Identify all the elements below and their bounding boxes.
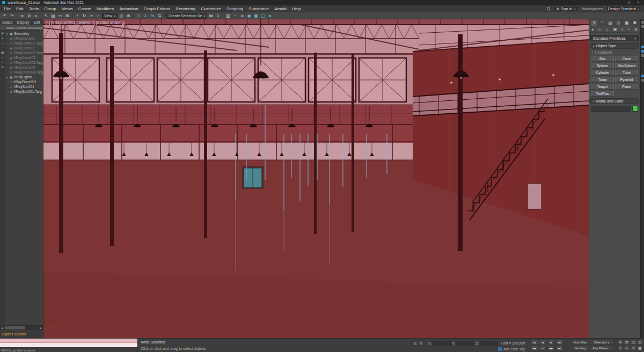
rendered-frame-window-icon[interactable]: ▢	[260, 13, 266, 19]
primitive-cone-button[interactable]: Cone	[615, 56, 638, 62]
scrollbar-thumb[interactable]	[5, 326, 25, 329]
display-cameras-icon[interactable]: ▦	[1, 51, 4, 54]
utilities-tab-icon[interactable]: ✱	[632, 20, 638, 26]
display-all-icon[interactable]: ⊞	[1, 32, 4, 35]
dock-icon-1[interactable]	[641, 21, 644, 24]
viewport[interactable]: [+] [VRayCam001] [Standard] [Default Sha…	[43, 19, 589, 338]
primitive-teapot-button[interactable]: Teapot	[591, 84, 614, 90]
primitive-textplus-button[interactable]: TextPlus	[591, 91, 614, 97]
display-tab-icon[interactable]: ▣	[624, 20, 630, 26]
display-geometry-icon[interactable]: ●	[2, 36, 4, 40]
menu-arnold[interactable]: Arnold	[272, 5, 289, 12]
bind-to-space-warp-icon[interactable]: ≈	[33, 13, 39, 19]
field-of-view-icon[interactable]: ◇	[617, 346, 623, 351]
explorer-row-vraycam002[interactable]: ◉VRayCam002	[5, 46, 43, 50]
render-setup-icon[interactable]: ▣	[253, 13, 259, 19]
select-and-move-icon[interactable]: +	[74, 13, 80, 19]
window-crossing-icon[interactable]: ⊞	[64, 13, 70, 19]
next-key-button[interactable]: ▶▶	[547, 346, 555, 351]
se-menu-select[interactable]: Select	[0, 20, 14, 24]
render-production-icon[interactable]: ●	[267, 13, 273, 19]
undo-icon[interactable]: ↶	[2, 13, 8, 19]
menu-group[interactable]: Group	[41, 5, 58, 12]
add-time-tag[interactable]: Add Time Tag	[498, 347, 525, 351]
select-and-rotate-icon[interactable]: ↻	[81, 13, 87, 19]
cameras-category-icon[interactable]: ▦	[613, 27, 617, 32]
explorer-row-geometry[interactable]: ▾▣Geometry	[5, 31, 43, 36]
menu-rendering[interactable]: Rendering	[173, 5, 198, 12]
close-button[interactable]: ×	[634, 0, 642, 5]
select-and-link-icon[interactable]: ∞	[19, 13, 25, 19]
shapes-category-icon[interactable]: ◇	[598, 27, 601, 32]
se-menu-edit[interactable]: Edit	[31, 20, 42, 24]
display-spacewarps-icon[interactable]: ≈	[2, 61, 3, 64]
primitive-pyramid-button[interactable]: Pyramid	[615, 77, 638, 83]
explorer-row-vraysun001-targ[interactable]: ⊕VRaySun001.Targ	[5, 89, 43, 94]
auto-key-button[interactable]: Auto Key	[571, 340, 589, 345]
redo-icon[interactable]: ↷	[9, 13, 15, 19]
object-name-field[interactable]	[591, 106, 631, 112]
select-object-icon[interactable]: ↖	[43, 13, 49, 19]
explorer-row-vraysun001[interactable]: ☼VRaySun001	[5, 84, 43, 89]
display-helpers-icon[interactable]: ⌖	[2, 56, 3, 59]
menu-substance[interactable]: Substance	[246, 5, 272, 12]
dock-icon-6[interactable]	[641, 75, 644, 77]
schematic-view-icon[interactable]: #	[239, 13, 245, 19]
go-to-start-button[interactable]: |◀	[530, 340, 538, 345]
pan-icon[interactable]: +	[624, 346, 630, 351]
viewport-label-menus[interactable]: [+] [VRayCam001] [Standard] [Default Sha…	[46, 20, 125, 24]
autogrid-checkbox[interactable]	[592, 51, 596, 54]
search-icon[interactable]	[547, 7, 550, 10]
key-filters-button[interactable]: Key Filters...	[590, 346, 613, 351]
next-frame-button[interactable]: ▶|	[555, 340, 564, 345]
explorer-row-vrayplane001[interactable]: ▱VRayPlane001	[5, 79, 43, 84]
name-and-color-rollout[interactable]: ▾ Name and Color	[590, 98, 639, 104]
menu-tools[interactable]: Tools	[26, 5, 42, 12]
dock-icon-4[interactable]	[641, 50, 644, 53]
object-type-rollout[interactable]: ▾ Object Type	[590, 43, 639, 49]
menu-modifiers[interactable]: Modifiers	[94, 5, 116, 12]
select-and-scale-icon[interactable]: ▱	[88, 13, 94, 19]
align-icon[interactable]: ≡	[215, 13, 221, 19]
geometry-category-icon[interactable]: ●	[591, 27, 594, 31]
mirror-icon[interactable]: ⋈	[208, 13, 214, 19]
snap-toggle-3d-icon[interactable]: 3	[135, 13, 142, 19]
dock-icon-3[interactable]	[641, 46, 644, 48]
menu-edit[interactable]: Edit	[13, 5, 26, 12]
macro-recorder-field[interactable]	[0, 339, 137, 342]
explorer-row-vraycam004-targ[interactable]: ⊕VRayCam004.Targ	[5, 70, 43, 75]
toggle-scene-explorer-icon[interactable]: ▥	[225, 13, 231, 19]
scroll-left-icon[interactable]: ◀	[0, 326, 4, 329]
explorer-row-vraycam001-targ[interactable]: ⊕VRayCam001.Targ	[5, 41, 43, 46]
minimize-button[interactable]: –	[616, 0, 624, 5]
layer-explorer-tab[interactable]: Layer Explorer	[0, 329, 43, 338]
zoom-icon[interactable]: ⊕	[617, 340, 623, 345]
se-sort-header[interactable]: Name (Sorted Ascending)	[0, 25, 43, 31]
key-selection-dropdown[interactable]: Selected	[590, 340, 613, 345]
use-pivot-center-icon[interactable]: ◎	[118, 13, 125, 19]
helpers-category-icon[interactable]: ⌖	[621, 27, 623, 32]
space-warps-category-icon[interactable]: ≈	[628, 27, 630, 31]
primitive-sphere-button[interactable]: Sphere	[591, 63, 614, 69]
unlink-selection-icon[interactable]: ⊘	[26, 13, 32, 19]
menu-scripting[interactable]: Scripting	[224, 5, 246, 12]
zoom-all-icon[interactable]: ⊞	[624, 340, 630, 345]
primitive-torus-button[interactable]: Torus	[591, 77, 614, 83]
display-shapes-icon[interactable]: ◇	[1, 41, 4, 45]
select-and-place-icon[interactable]: ⌂	[95, 13, 101, 19]
menu-help[interactable]: Help	[289, 5, 303, 12]
rectangular-selection-icon[interactable]: ▭	[57, 13, 63, 19]
coord-system-dropdown[interactable]: View	[102, 13, 118, 19]
angle-snap-icon[interactable]: ∠	[142, 13, 149, 19]
lights-category-icon[interactable]: ☼	[605, 27, 609, 31]
expand-arrow-icon[interactable]: ▾	[5, 32, 9, 35]
motion-tab-icon[interactable]: ◎	[616, 20, 622, 26]
menu-customize[interactable]: Customize	[198, 5, 224, 12]
curve-editor-icon[interactable]: ~	[232, 13, 238, 19]
menu-file[interactable]: File	[1, 5, 13, 12]
menu-graph-editors[interactable]: Graph Editors	[141, 5, 173, 12]
hierarchy-tab-icon[interactable]: ▤	[607, 20, 613, 26]
listener-input-field[interactable]	[0, 342, 137, 347]
expand-arrow-icon[interactable]: ▾	[5, 76, 9, 79]
select-and-manipulate-icon[interactable]: ⊕	[125, 13, 131, 19]
